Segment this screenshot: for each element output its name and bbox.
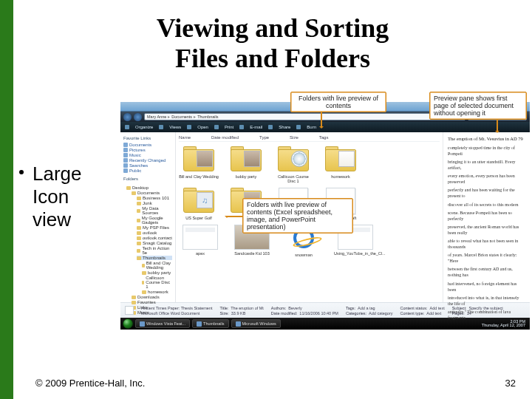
tree-item[interactable]: My Data Sources [137, 206, 172, 215]
bullet-line-3: view [22, 208, 111, 231]
fav-public[interactable]: Public [123, 168, 172, 173]
back-button[interactable] [123, 113, 132, 121]
folder-icon [137, 242, 141, 245]
start-button[interactable] [123, 318, 133, 329]
favorites-header: Favorite Links [123, 136, 172, 140]
preview-title: The eruption of Mt. Vesuvius in AD 79 [448, 136, 525, 143]
title-line-2: Files and Folders [175, 44, 370, 73]
details-authors: Beverly [288, 306, 301, 310]
fav-searches[interactable]: Searches [123, 163, 172, 168]
preview-line: every emotion, every person has been pre… [448, 173, 525, 185]
col-size[interactable]: Size [290, 135, 299, 140]
folder-icon [137, 231, 141, 235]
callout-text: Folders with live preview of contents [299, 95, 378, 109]
taskbar-item[interactable]: Microsoft Windows [231, 319, 281, 328]
item-label: Bill and Clay Wedding [179, 174, 219, 179]
tree-item[interactable]: My PSP Files [137, 225, 172, 230]
tree-item[interactable]: Business 101 [137, 196, 172, 200]
item-label: Sandcastle Kid 103 [234, 251, 269, 256]
folders-header: Folders [123, 177, 172, 181]
toolbar-views[interactable]: Views [169, 125, 181, 129]
details-ctype[interactable]: Add text [426, 311, 441, 316]
details-categories[interactable]: Add category [369, 311, 392, 316]
item-label: apex [196, 251, 205, 256]
tree-item[interactable]: Junk [137, 201, 172, 205]
toolbar-open[interactable]: Open [197, 125, 208, 129]
details-name: Ancient Times Paper: Thesis Statement [141, 306, 213, 310]
column-headers: Name Date modified Type Size Tags [179, 134, 440, 142]
folder-icon [142, 290, 146, 294]
details-tags[interactable]: Add a tag [358, 306, 375, 310]
toolbar-share[interactable]: Share [279, 125, 290, 129]
clock-date: Thursday, April 12, 2007 [482, 324, 525, 328]
details-size: 33.9 KB [231, 311, 246, 316]
tree-desktop[interactable]: Desktop [126, 185, 172, 190]
page-number: 32 [505, 378, 516, 389]
preview-line: able to reveal what has not been seen in… [448, 238, 525, 250]
details-type: Microsoft Office Word Document [141, 311, 213, 316]
preview-line: completely stopped time in the city of P… [448, 145, 525, 157]
cd-icon [291, 151, 307, 167]
col-tags[interactable]: Tags [319, 135, 329, 140]
tree-item[interactable]: Thumbnails [137, 256, 172, 260]
tree-item[interactable]: Favorites [132, 300, 172, 304]
folder-item[interactable]: Bill and Clay Wedding [179, 146, 219, 183]
slide-title: Viewing and Sorting Files and Folders [13, 13, 532, 75]
tree-item[interactable]: homework [142, 290, 172, 294]
spreadsheet-icon [183, 225, 218, 250]
folder-item[interactable]: ♫ US Super Golf [179, 188, 219, 220]
col-date[interactable]: Date modified [211, 135, 239, 140]
preview-line: introduced into what is, in that intense… [448, 295, 525, 307]
toolbar-print[interactable]: Print [225, 125, 233, 129]
fav-music[interactable]: Music [123, 153, 172, 157]
col-type[interactable]: Type [259, 135, 269, 140]
bullet-line-2: Icon [22, 185, 111, 208]
folder-icon [142, 271, 146, 275]
fav-pictures[interactable]: Pictures [123, 148, 172, 152]
forward-button[interactable] [134, 113, 142, 121]
fav-recent[interactable]: Recently Changed [123, 158, 172, 163]
details-subject[interactable]: Specify the subject [469, 306, 503, 310]
tree-item[interactable]: My Google Gadgets [137, 216, 172, 225]
folder-icon [132, 191, 136, 195]
tree-item[interactable]: Documents [132, 191, 172, 195]
folder-icon [123, 148, 128, 152]
music-icon: ♫ [197, 192, 213, 208]
item-label: US Super Golf [185, 216, 211, 220]
tree-item[interactable]: Downloads [132, 295, 172, 299]
folder-tree: Desktop Documents Business 101 Junk My D… [123, 185, 172, 315]
tree-item[interactable]: Tech in Action 5e [137, 246, 172, 255]
fav-documents[interactable]: Documents [123, 143, 172, 147]
details-status[interactable]: Add text [430, 306, 445, 310]
toolbar-email[interactable]: E-mail [250, 125, 262, 129]
toolbar-burn[interactable]: Burn [307, 125, 316, 129]
tree-item[interactable]: bobby party [142, 270, 172, 275]
tree-item[interactable]: Callicoon Course Disc 1 [142, 276, 172, 289]
preview-line: had intervened, no foreign element has b… [448, 281, 525, 293]
icon-grid: Bill and Clay Wedding bobby party Callic… [179, 142, 440, 183]
taskbar-item[interactable]: Windows Vista Feat... [135, 319, 190, 328]
folder-item[interactable]: Callicoon Course Disc 1 [273, 146, 313, 183]
slide-accent-bar [0, 0, 13, 399]
burn-icon [296, 125, 301, 129]
folder-item[interactable]: bobby party [226, 146, 266, 183]
tree-item[interactable]: outlook [137, 231, 172, 235]
preview-pane: The eruption of Mt. Vesuvius in AD 79 co… [443, 132, 530, 302]
bullet-icon [19, 170, 24, 174]
tree-item[interactable]: Snagit Catalog [137, 241, 172, 245]
tree-item[interactable]: Bill and Clay Wedding [142, 261, 172, 270]
folder-icon [137, 236, 141, 240]
breadcrumb[interactable]: Mary Anne▸ Documents▸ Thumbnails [144, 113, 466, 120]
folder-icon [137, 209, 140, 213]
col-name[interactable]: Name [179, 135, 191, 140]
taskbar-item[interactable]: Thumbnails [192, 319, 228, 328]
tree-item[interactable]: outlook.contact [137, 236, 172, 240]
folder-item[interactable]: homework [321, 146, 361, 183]
file-item[interactable]: apex [179, 225, 222, 257]
folder-icon [137, 256, 141, 260]
app-icon [140, 321, 145, 327]
preview-line: between the first century AD and us, not… [448, 266, 525, 278]
toolbar-organize[interactable]: Organize [135, 125, 153, 129]
crumb-3: Thumbnails [197, 115, 218, 119]
folder-icon [142, 281, 144, 284]
